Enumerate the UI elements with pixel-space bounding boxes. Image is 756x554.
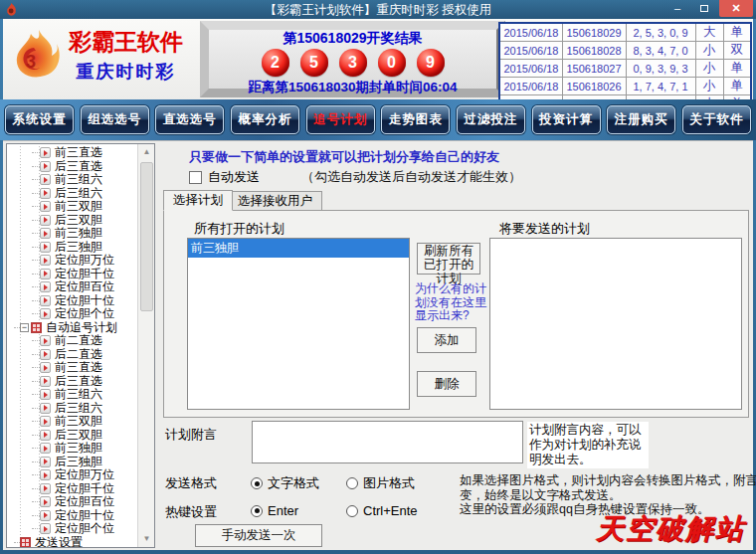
open-plans-listbox[interactable]: 前三独胆 [187, 238, 410, 410]
cell-parity: 单 [723, 78, 751, 95]
ctrl-enter-hotkey-radio[interactable] [346, 505, 358, 517]
bullet-icon [40, 174, 51, 185]
auto-send-checkbox[interactable] [189, 171, 202, 184]
enter-hotkey-label: Enter [268, 503, 298, 518]
nav-button[interactable]: 注册购买 [607, 105, 675, 134]
lottery-ball: 3 [339, 49, 367, 77]
draw-balls: 25309 [209, 49, 496, 77]
tree-connector [32, 408, 40, 409]
app-logo: 3 彩霸王软件 重庆时时彩 [9, 27, 200, 84]
bullet-icon [40, 403, 51, 414]
add-button[interactable]: 添加 [417, 327, 476, 353]
tree-item[interactable]: 发送设置 [7, 536, 136, 549]
tree-connector [32, 340, 40, 341]
list-item[interactable]: 前三独胆 [188, 239, 409, 258]
draw-result-display: 第150618029开奖结果 25309 距离第150618030期封单时间06… [200, 21, 505, 97]
nav-button[interactable]: 走势图表 [381, 105, 450, 134]
tree-connector [32, 515, 40, 516]
nav-button[interactable]: 关于软件 [682, 105, 751, 134]
cell-parity: 双 [723, 42, 751, 60]
scroll-up-icon[interactable]: ▲ [138, 144, 155, 160]
cell-date: 2015/06/18 [499, 60, 562, 78]
cell-numbers: 1, 7, 4, 7, 1 [626, 78, 695, 95]
bullet-icon [40, 215, 51, 226]
send-plans-listbox[interactable] [489, 238, 742, 410]
delete-button[interactable]: 删除 [417, 371, 476, 397]
bullet-icon [40, 430, 51, 441]
tree-connector [32, 448, 40, 449]
tab-select-receivers[interactable]: 选择接收用户 [228, 191, 322, 211]
maximize-button[interactable] [692, 0, 716, 17]
scroll-down-icon[interactable]: ▼ [138, 531, 155, 547]
nav-button[interactable]: 直选选号 [155, 105, 224, 134]
postscript-label: 计划附言 [165, 426, 217, 444]
tree-connector [32, 474, 40, 475]
bullet-icon [40, 349, 51, 360]
bullet-icon [40, 469, 51, 480]
header: 3 彩霸王软件 重庆时时彩 第150618029开奖结果 25309 距离第15… [3, 19, 753, 99]
bullet-icon [40, 443, 51, 454]
text-format-radio[interactable] [251, 477, 263, 489]
bullet-icon [40, 295, 51, 306]
cell-issue: 150618026 [562, 78, 626, 95]
tree-connector [32, 247, 40, 248]
manual-send-button[interactable]: 手动发送一次 [195, 524, 322, 547]
tree-connector [32, 501, 40, 502]
cell-numbers: 0, 9, 3, 9, 3 [626, 60, 695, 78]
bullet-icon [40, 335, 51, 346]
bullet-icon [40, 255, 51, 266]
refresh-plans-button[interactable]: 刷新所有已打开的计划 [417, 243, 480, 275]
tree-connector [32, 381, 40, 382]
expander-icon[interactable]: − [20, 323, 29, 332]
hotkey-label: 热键设置 [165, 503, 223, 521]
bullet-icon [40, 161, 51, 172]
send-settings-panel: 只要做一下简单的设置就可以把计划分享给自己的好友 自动发送 （勾选自动发送后自动… [157, 141, 753, 550]
postscript-textarea[interactable] [252, 421, 523, 463]
tree-connector [32, 462, 40, 462]
nav-button[interactable]: 组选选号 [81, 105, 149, 134]
bullet-icon [40, 269, 51, 279]
main-navbar: 系统设置组选选号直选选号概率分析追号计划走势图表过滤投注投资计算注册购买关于软件 [0, 99, 756, 140]
watermark-text: 天空破解站 [596, 510, 745, 548]
tree-scrollbar[interactable]: ▲ ▼ [137, 144, 154, 547]
why-not-shown-link[interactable]: 为什么有的计划没有在这里显示出来? [415, 282, 496, 323]
tree-connector [32, 367, 40, 368]
nav-button[interactable]: 系统设置 [5, 105, 74, 134]
nav-button[interactable]: 概率分析 [231, 105, 299, 134]
cell-size: 小 [695, 42, 723, 60]
lottery-ball: 9 [417, 49, 445, 77]
postscript-note: 计划附言内容，可以作为对计划的补充说明发出去。 [527, 422, 649, 468]
tree-connector [32, 354, 40, 355]
draw-title: 第150618029开奖结果 [209, 30, 496, 48]
format-note: 如果选择图片格式，则计划内容会转换图片格式，附言内容不变，始终是以文字格式发送。 [460, 473, 756, 503]
logo-title: 彩霸王软件 [69, 27, 183, 58]
nav-button[interactable]: 投资计算 [532, 105, 601, 134]
folder-grid-icon [20, 537, 31, 548]
bullet-icon [40, 242, 51, 253]
minimize-button[interactable]: – [665, 0, 689, 17]
nav-button[interactable]: 过滤投注 [457, 105, 525, 134]
tree-connector [32, 220, 40, 221]
tree-connector [32, 260, 40, 261]
image-format-radio[interactable] [346, 477, 358, 489]
text-format-label: 文字格式 [268, 474, 319, 492]
tree-connector [32, 233, 40, 234]
close-button[interactable]: ✕ [719, 0, 753, 17]
enter-hotkey-radio[interactable] [251, 505, 263, 517]
share-hint-text: 只要做一下简单的设置就可以把计划分享给自己的好友 [189, 148, 499, 166]
bullet-icon [40, 188, 51, 199]
send-plans-label: 将要发送的计划 [499, 220, 590, 238]
logo-flame-icon: 3 [9, 28, 61, 84]
send-format-label: 发送格式 [165, 474, 223, 492]
folder-grid-icon [31, 322, 42, 333]
titlebar: 【彩霸王计划软件】重庆时时彩 授权使用 – ✕ [0, 0, 756, 19]
image-format-label: 图片格式 [363, 474, 415, 492]
logo-subtitle: 重庆时时彩 [69, 60, 183, 84]
tab-select-plan[interactable]: 选择计划 [163, 190, 233, 211]
scrollbar-thumb[interactable] [140, 162, 153, 311]
nav-button[interactable]: 追号计划 [306, 105, 375, 134]
cell-date: 2015/06/18 [499, 78, 562, 95]
bullet-icon [40, 523, 51, 534]
tree-connector [32, 152, 40, 153]
bullet-icon [40, 201, 51, 212]
